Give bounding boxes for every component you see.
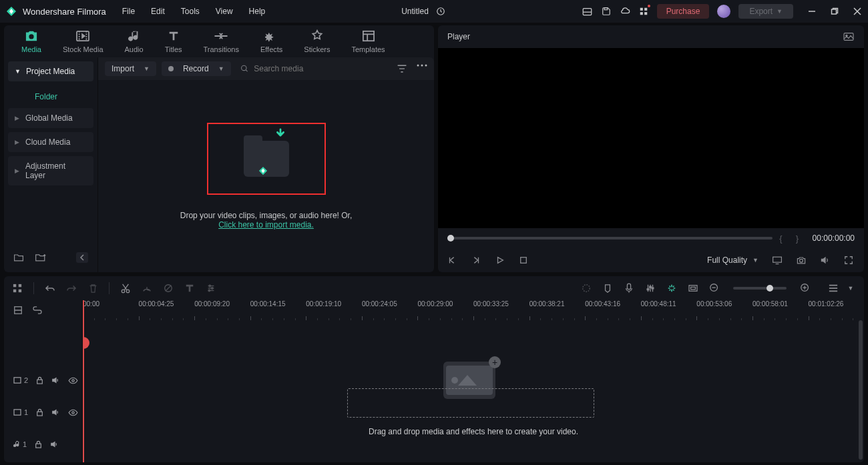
sidebar-cloud-media[interactable]: ▶Cloud Media (8, 132, 93, 152)
menu-file[interactable]: File (122, 7, 135, 16)
delete-icon[interactable] (87, 284, 98, 294)
player-viewport[interactable] (438, 48, 864, 228)
link-icon[interactable] (32, 306, 43, 314)
track-a1[interactable]: 1 (4, 428, 82, 460)
layout-icon[interactable] (582, 6, 593, 17)
history-icon[interactable] (435, 6, 446, 17)
player-scrubber[interactable] (447, 237, 773, 240)
stop-icon[interactable] (519, 256, 530, 264)
mute-icon[interactable] (50, 440, 59, 448)
zoom-in-icon[interactable] (800, 283, 811, 294)
lock-icon[interactable] (36, 376, 43, 384)
more-icon[interactable] (417, 64, 427, 73)
folder-add-icon[interactable] (35, 253, 47, 262)
import-media-link[interactable]: Click here to import media. (218, 220, 314, 229)
mark-out-icon[interactable]: } (796, 234, 799, 244)
tab-stickers[interactable]: Stickers (297, 27, 337, 56)
svg-rect-11 (832, 9, 837, 14)
save-icon[interactable] (601, 6, 612, 17)
sidebar-collapse-icon[interactable] (76, 252, 88, 263)
ruler-tick: 00:00:19:10 (306, 300, 362, 320)
next-frame-icon[interactable] (471, 256, 482, 265)
folder-icon[interactable] (13, 253, 24, 262)
fullscreen-icon[interactable] (844, 256, 855, 265)
tracks-view-icon[interactable] (828, 284, 839, 293)
play-icon[interactable] (495, 256, 506, 265)
timeline-body[interactable]: 00:0000:00:04:2500:00:09:2000:00:14:1500… (83, 300, 864, 462)
record-dropdown[interactable]: Record▼ (162, 61, 231, 76)
redo-icon[interactable] (66, 284, 77, 292)
display-icon[interactable] (772, 256, 783, 265)
menu-view[interactable]: View (216, 7, 233, 16)
speed-icon[interactable] (142, 284, 152, 293)
tab-templates[interactable]: Templates (345, 27, 391, 56)
timeline-grid-icon[interactable] (13, 306, 23, 315)
undo-icon[interactable] (45, 284, 55, 292)
mark-in-icon[interactable]: { (779, 234, 782, 244)
purchase-button[interactable]: Purchase (657, 4, 710, 19)
search-input[interactable] (254, 64, 391, 73)
auto-icon[interactable] (666, 284, 677, 293)
tab-transitions[interactable]: Transitions (197, 27, 246, 56)
sidebar-project-media[interactable]: ▼Project Media (8, 61, 93, 81)
tab-audio[interactable]: Audio (118, 27, 150, 56)
user-avatar[interactable] (717, 5, 730, 18)
crop-icon[interactable] (163, 284, 174, 293)
import-drop-target[interactable] (207, 123, 326, 195)
grid-icon[interactable] (12, 284, 23, 293)
import-dropdown[interactable]: Import▼ (105, 61, 156, 76)
frame-icon[interactable] (688, 284, 698, 292)
cut-icon[interactable] (120, 283, 131, 294)
timeline-drop-zone[interactable] (347, 388, 594, 418)
zoom-out-icon[interactable] (709, 283, 720, 294)
prev-frame-icon[interactable] (447, 256, 458, 265)
lock-icon[interactable] (35, 440, 42, 448)
render-icon[interactable] (581, 284, 592, 293)
adjust-icon[interactable] (206, 284, 216, 293)
maximize-icon[interactable] (829, 6, 840, 17)
text-icon[interactable] (184, 284, 195, 293)
visibility-icon[interactable] (68, 377, 78, 384)
menu-help[interactable]: Help (249, 7, 266, 16)
menu-edit[interactable]: Edit (151, 7, 165, 16)
add-media-icon[interactable]: + (489, 356, 501, 368)
mute-icon[interactable] (51, 376, 60, 384)
svg-rect-17 (363, 31, 373, 41)
tab-titles[interactable]: Titles (158, 27, 189, 56)
svg-point-70 (72, 411, 74, 413)
svg-rect-52 (652, 288, 654, 289)
tab-stock-media[interactable]: Stock Media (56, 27, 110, 56)
menu-tools[interactable]: Tools (181, 7, 200, 16)
playhead[interactable] (83, 300, 84, 462)
quality-dropdown[interactable]: Full Quality▼ (707, 256, 758, 265)
minimize-icon[interactable] (807, 6, 817, 17)
tracks-view-chevron-icon[interactable]: ▼ (845, 285, 856, 292)
svg-point-23 (421, 65, 423, 67)
timeline-scrollbar[interactable] (859, 320, 863, 460)
zoom-slider[interactable] (733, 287, 787, 290)
mute-icon[interactable] (51, 408, 60, 416)
cloud-icon[interactable] (620, 6, 630, 17)
apps-icon[interactable] (638, 6, 649, 17)
media-drop-area[interactable]: Drop your video clips, images, or audio … (98, 80, 434, 272)
filter-icon[interactable] (397, 64, 407, 73)
snapshot-icon[interactable] (843, 32, 855, 41)
track-v1[interactable]: 1 (4, 396, 82, 428)
visibility-icon[interactable] (68, 409, 78, 416)
media-search[interactable] (236, 64, 391, 73)
tab-effects[interactable]: Effects (254, 27, 289, 56)
track-v2[interactable]: 2 (4, 364, 82, 396)
sidebar-global-media[interactable]: ▶Global Media (8, 108, 93, 128)
sidebar-adjustment-layer[interactable]: ▶Adjustment Layer (8, 156, 93, 185)
tab-media[interactable]: Media (15, 27, 48, 56)
camera-icon[interactable] (796, 256, 807, 265)
ruler[interactable]: 00:0000:00:04:2500:00:09:2000:00:14:1500… (83, 300, 864, 320)
lock-icon[interactable] (36, 408, 43, 416)
sidebar-folder[interactable]: Folder (8, 85, 93, 108)
close-icon[interactable] (852, 6, 863, 17)
export-button[interactable]: Export▼ (738, 4, 793, 19)
volume-icon[interactable] (820, 256, 831, 265)
marker-icon[interactable] (602, 284, 613, 294)
mixer-icon[interactable] (645, 284, 656, 293)
mic-icon[interactable] (624, 283, 634, 294)
